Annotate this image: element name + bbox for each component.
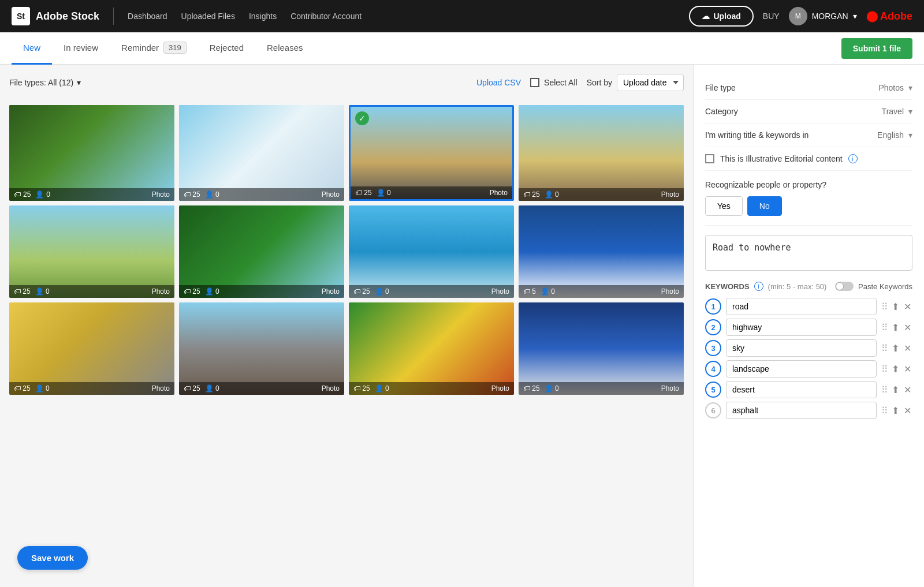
keyword-row-5: 5 ⠿ ⬆ ✕ <box>705 381 912 398</box>
people-label: Recognizable people or property? <box>705 180 912 189</box>
keyword-row-4: 4 ⠿ ⬆ ✕ <box>705 360 912 377</box>
keyword-row-6: 6 ⠿ ⬆ ✕ <box>705 402 912 419</box>
drag-icon[interactable]: ⠿ <box>881 301 888 312</box>
photo-item[interactable]: 🏷 25 👤 0 Photo <box>9 302 174 395</box>
select-all-area: Select All <box>530 78 578 87</box>
save-work-button[interactable]: Save work <box>17 546 88 570</box>
keywords-section: KEYWORDS i (min: 5 - max: 50) Paste Keyw… <box>705 282 912 419</box>
editorial-row: This is Illustrative Editorial content i <box>705 147 912 171</box>
toggle-track <box>835 282 854 291</box>
info-icon[interactable]: i <box>848 154 858 163</box>
file-type-filter[interactable]: File types: All (12) ▾ <box>9 78 81 87</box>
tab-new[interactable]: New <box>12 32 52 65</box>
photo-item[interactable]: 🏷 25 👤 0 Photo <box>519 105 684 201</box>
sort-select[interactable]: Upload date File name Status <box>617 74 684 91</box>
photo-item[interactable]: 🏷 25 👤 0 Photo <box>9 205 174 298</box>
header-divider <box>113 8 114 25</box>
drag-icon[interactable]: ⠿ <box>881 364 888 375</box>
paste-keywords-toggle[interactable]: Paste Keywords <box>835 282 912 291</box>
keyword-delete-button-6[interactable]: ✕ <box>903 404 912 417</box>
buy-link[interactable]: BUY <box>763 12 780 21</box>
title-input[interactable] <box>705 235 912 271</box>
photo-item[interactable]: 🏷 5 👤 0 Photo <box>519 205 684 298</box>
keyword-num-2: 2 <box>705 319 721 335</box>
photo-grid: 🏷 25 👤 0 Photo 🏷 25 👤 0 Photo ✓ 🏷 25 <box>9 105 684 395</box>
keyword-input-5[interactable] <box>726 381 877 398</box>
photo-item[interactable]: 🏷 25 👤 0 Photo <box>179 205 344 298</box>
nav-uploaded-files[interactable]: Uploaded Files <box>181 12 235 21</box>
photo-item-selected[interactable]: ✓ 🏷 25 👤 0 Photo <box>349 105 514 201</box>
nav-contributor-account[interactable]: Contributor Account <box>290 12 362 21</box>
filter-bar: File types: All (12) ▾ Upload CSV Select… <box>9 74 684 96</box>
keyword-input-4[interactable] <box>726 360 877 377</box>
keywords-info-icon[interactable]: i <box>754 282 763 291</box>
file-type-label: File type <box>705 83 878 92</box>
keyword-delete-button-1[interactable]: ✕ <box>903 300 912 313</box>
main-nav: Dashboard Uploaded Files Insights Contri… <box>128 12 680 21</box>
avatar: M <box>789 7 807 25</box>
people-no-button[interactable]: No <box>747 196 782 216</box>
file-type-value[interactable]: Photos ▾ <box>878 83 912 92</box>
keyword-delete-button-2[interactable]: ✕ <box>903 321 912 334</box>
keyword-delete-button-5[interactable]: ✕ <box>903 383 912 397</box>
people-yes-button[interactable]: Yes <box>705 196 743 216</box>
toggle-thumb <box>836 282 844 290</box>
editorial-checkbox[interactable] <box>705 154 714 163</box>
photo-item[interactable]: 🏷 25 👤 0 Photo <box>179 302 344 395</box>
keyword-input-3[interactable] <box>726 339 877 357</box>
title-section <box>705 226 912 282</box>
photo-item[interactable]: 🏷 25 👤 0 Photo <box>349 302 514 395</box>
category-label: Category <box>705 107 882 116</box>
photo-item[interactable]: 🏷 25 👤 0 Photo <box>179 105 344 201</box>
tab-reminder[interactable]: Reminder 319 <box>110 32 198 65</box>
keyword-up-button-3[interactable]: ⬆ <box>891 342 900 355</box>
adobe-logo: ⬤ Adobe <box>866 10 912 23</box>
chevron-down-icon: ▾ <box>853 12 857 21</box>
drag-icon[interactable]: ⠿ <box>881 405 888 416</box>
drag-icon[interactable]: ⠿ <box>881 343 888 354</box>
file-type-row: File type Photos ▾ <box>705 76 912 100</box>
photo-item[interactable]: 🏷 25 👤 0 Photo <box>9 105 174 201</box>
left-panel: File types: All (12) ▾ Upload CSV Select… <box>0 65 693 587</box>
keyword-input-1[interactable] <box>726 298 877 315</box>
photo-item[interactable]: 🏷 25 👤 0 Photo <box>349 205 514 298</box>
upload-csv-button[interactable]: Upload CSV <box>476 78 521 87</box>
logo-icon: St <box>12 7 30 25</box>
tabs-bar: New In review Reminder 319 Rejected Rele… <box>0 32 924 65</box>
keyword-up-button-6[interactable]: ⬆ <box>891 404 900 417</box>
keyword-row-2: 2 ⠿ ⬆ ✕ <box>705 319 912 336</box>
tabs: New In review Reminder 319 Rejected Rele… <box>12 32 841 65</box>
user-menu[interactable]: M MORGAN ▾ <box>789 7 857 25</box>
chevron-down-icon: ▾ <box>908 130 912 140</box>
keyword-row-3: 3 ⠿ ⬆ ✕ <box>705 339 912 357</box>
nav-insights[interactable]: Insights <box>249 12 277 21</box>
app-header: St Adobe Stock Dashboard Uploaded Files … <box>0 0 924 32</box>
keyword-up-button-1[interactable]: ⬆ <box>891 300 900 313</box>
photo-item[interactable]: 🏷 25 👤 0 Photo <box>519 302 684 395</box>
keywords-label: KEYWORDS <box>705 282 750 291</box>
keyword-up-button-5[interactable]: ⬆ <box>891 383 900 397</box>
logo[interactable]: St Adobe Stock <box>12 7 99 25</box>
tab-rejected[interactable]: Rejected <box>198 32 255 65</box>
upload-button[interactable]: ☁ Upload <box>689 6 753 27</box>
language-value[interactable]: English ▾ <box>877 130 912 140</box>
drag-icon[interactable]: ⠿ <box>881 322 888 333</box>
keyword-input-2[interactable] <box>726 319 877 336</box>
keyword-up-button-2[interactable]: ⬆ <box>891 321 900 334</box>
tab-in-review[interactable]: In review <box>52 32 110 65</box>
keyword-row-1: 1 ⠿ ⬆ ✕ <box>705 298 912 315</box>
keyword-delete-button-3[interactable]: ✕ <box>903 342 912 355</box>
chevron-down-icon: ▾ <box>908 83 912 92</box>
sort-by: Sort by Upload date File name Status <box>587 74 684 91</box>
keyword-up-button-4[interactable]: ⬆ <box>891 362 900 376</box>
select-all-checkbox[interactable] <box>530 78 539 87</box>
submit-button[interactable]: Submit 1 file <box>841 38 912 59</box>
tab-releases[interactable]: Releases <box>255 32 315 65</box>
keyword-input-6[interactable] <box>726 402 877 419</box>
keyword-delete-button-4[interactable]: ✕ <box>903 362 912 376</box>
category-value[interactable]: Travel ▾ <box>882 107 912 116</box>
reminder-badge: 319 <box>163 42 187 54</box>
drag-icon[interactable]: ⠿ <box>881 384 888 395</box>
category-row: Category Travel ▾ <box>705 100 912 124</box>
nav-dashboard[interactable]: Dashboard <box>128 12 167 21</box>
